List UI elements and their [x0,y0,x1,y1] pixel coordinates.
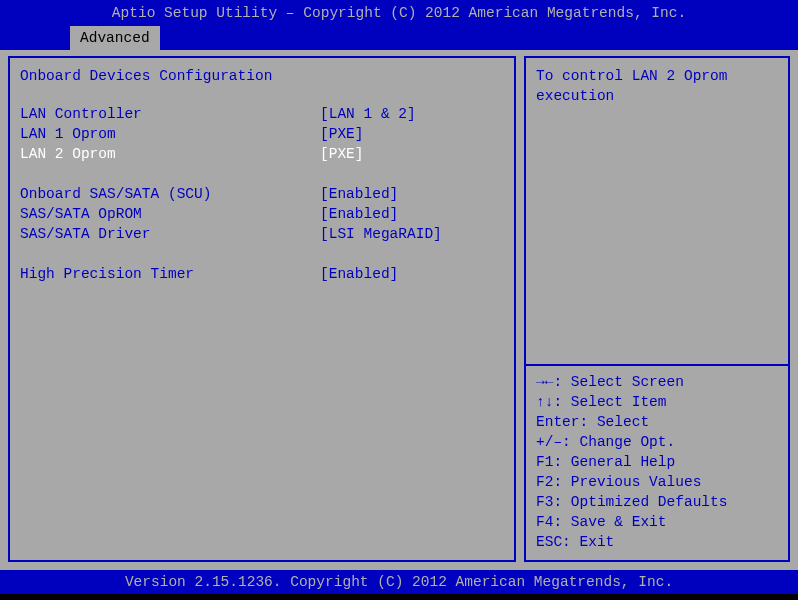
help-divider [526,364,788,366]
work-area: Onboard Devices Configuration LAN Contro… [0,50,798,570]
help-line: execution [536,86,778,106]
settings-panel: Onboard Devices Configuration LAN Contro… [8,56,516,562]
key-hint: F4: Save & Exit [536,512,778,532]
footer-bar: Version 2.15.1236. Copyright (C) 2012 Am… [0,570,798,594]
help-line: To control LAN 2 Oprom [536,66,778,86]
key-hint: Enter: Select [536,412,778,432]
setting-value: [LSI MegaRAID] [320,224,442,244]
setting-label: SAS/SATA OpROM [20,204,320,224]
setting-value: [Enabled] [320,264,398,284]
key-hint: →←: Select Screen [536,372,778,392]
key-hint: +/–: Change Opt. [536,432,778,452]
setting-value: [LAN 1 & 2] [320,104,416,124]
setting-label: High Precision Timer [20,264,320,284]
tab-row: Advanced [0,26,798,50]
setting-value: [Enabled] [320,204,398,224]
setting-value: [Enabled] [320,184,398,204]
key-hint: F1: General Help [536,452,778,472]
setting-label: Onboard SAS/SATA (SCU) [20,184,320,204]
setting-row[interactable]: LAN 2 Oprom[PXE] [20,144,504,164]
setting-row[interactable]: LAN Controller[LAN 1 & 2] [20,104,504,124]
setting-value: [PXE] [320,144,364,164]
key-hint: F2: Previous Values [536,472,778,492]
key-hint: ESC: Exit [536,532,778,552]
setting-row[interactable]: LAN 1 Oprom[PXE] [20,124,504,144]
setting-row[interactable]: High Precision Timer[Enabled] [20,264,504,284]
footer-pad [0,594,798,600]
help-panel: To control LAN 2 Opromexecution →←: Sele… [524,56,790,562]
setting-value: [PXE] [320,124,364,144]
setting-label: LAN 2 Oprom [20,144,320,164]
key-legend: →←: Select Screen↑↓: Select ItemEnter: S… [536,372,778,552]
title-bar: Aptio Setup Utility – Copyright (C) 2012… [0,0,798,26]
help-spacer [536,106,778,364]
section-title: Onboard Devices Configuration [20,66,504,86]
setting-row[interactable]: SAS/SATA OpROM[Enabled] [20,204,504,224]
bios-screen: Aptio Setup Utility – Copyright (C) 2012… [0,0,798,600]
setting-label: LAN 1 Oprom [20,124,320,144]
help-text: To control LAN 2 Opromexecution [536,66,778,106]
setting-label: SAS/SATA Driver [20,224,320,244]
setting-label: LAN Controller [20,104,320,124]
setting-row[interactable]: SAS/SATA Driver[LSI MegaRAID] [20,224,504,244]
tab-advanced[interactable]: Advanced [70,26,160,50]
key-hint: ↑↓: Select Item [536,392,778,412]
setting-row[interactable]: Onboard SAS/SATA (SCU)[Enabled] [20,184,504,204]
key-hint: F3: Optimized Defaults [536,492,778,512]
